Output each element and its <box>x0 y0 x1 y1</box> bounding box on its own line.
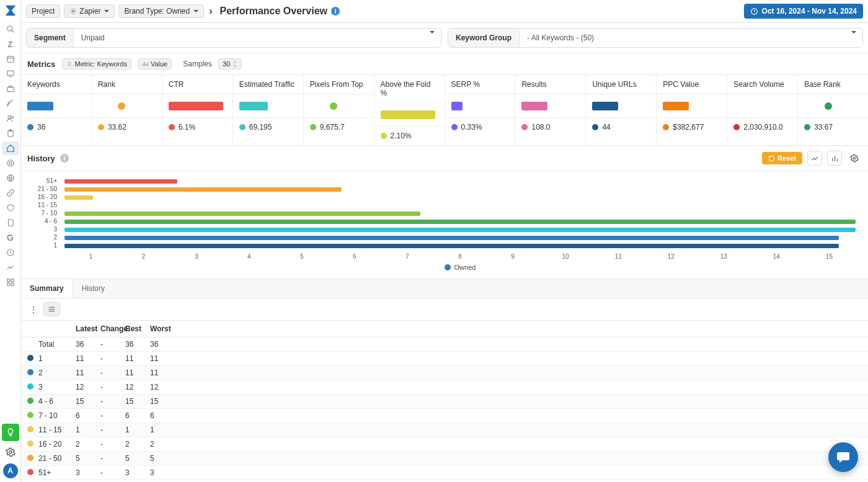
metric-col[interactable]: CTR6.1% <box>162 75 233 145</box>
metric-name: PPC Value <box>657 75 727 94</box>
chart-y-label: 2 <box>21 234 61 241</box>
segment-selector[interactable]: Segment Unpaid <box>26 28 441 48</box>
nav-item-link-icon[interactable] <box>2 186 19 200</box>
bar-chart-view-button[interactable] <box>827 151 842 166</box>
metric-name: Search Volume <box>727 75 797 94</box>
rank-dot-icon <box>27 355 33 361</box>
chart-settings-button[interactable] <box>847 151 862 166</box>
info-icon[interactable]: i <box>331 7 340 16</box>
chart-bar-row: 1 <box>64 242 856 249</box>
nav-item-users-icon[interactable] <box>2 112 19 125</box>
summary-row[interactable]: 4 - 615-1515 <box>21 395 868 409</box>
metric-name: Pixels From Top <box>304 75 374 94</box>
nav-item-globe-icon[interactable] <box>2 171 19 185</box>
metric-col[interactable]: SERP %0.33% <box>445 75 516 145</box>
nav-item-clipboard-icon[interactable] <box>2 127 19 140</box>
metric-dot-icon <box>663 124 669 130</box>
metric-col[interactable]: Keywords36 <box>21 75 92 145</box>
metric-col[interactable]: Estimated Traffic69,195 <box>233 75 304 145</box>
search-icon[interactable] <box>2 22 19 36</box>
summary-row[interactable]: 21 - 505-55 <box>21 452 868 466</box>
nav-item-home-icon[interactable] <box>2 141 19 155</box>
nav-item-trend-icon[interactable] <box>2 261 19 274</box>
metrics-title: Metrics <box>27 60 56 69</box>
table-view-button[interactable] <box>44 303 60 316</box>
metric-dot-icon <box>239 124 246 130</box>
summary-header: LatestChangeBestWorst <box>21 321 868 337</box>
summary-row[interactable]: 51+3-33 <box>21 466 868 480</box>
summary-row[interactable]: 211-1111 <box>21 366 868 380</box>
zapier-chip[interactable]: Zapier <box>64 4 115 18</box>
metric-sparkline <box>304 94 374 118</box>
summary-row[interactable]: 7 - 106-66 <box>21 409 868 423</box>
nav-item-grid-icon[interactable] <box>2 275 19 289</box>
rank-dot-icon <box>27 455 33 461</box>
metric-name: Unique URLs <box>586 75 656 94</box>
chart-bar <box>64 187 342 192</box>
metric-col[interactable]: Base Rank33.67 <box>798 75 868 145</box>
summary-row[interactable]: 312-1212 <box>21 380 868 395</box>
nav-item-z[interactable]: Z <box>2 37 19 51</box>
nav-item-file-icon[interactable] <box>2 216 19 230</box>
app-logo-icon[interactable] <box>4 4 17 17</box>
metric-value: 36 <box>21 118 91 136</box>
nav-item-target-icon[interactable] <box>2 156 19 170</box>
chevron-right-icon: › <box>208 6 213 17</box>
metric-value: 0.33% <box>445 118 515 136</box>
top-breadcrumb-bar: Project Zapier Brand Type: Owned › Perfo… <box>21 0 868 23</box>
summary-row[interactable]: 16 - 202-22 <box>21 437 868 452</box>
chart-y-label: 51+ <box>21 177 61 184</box>
keyword-group-selector[interactable]: Keyword Group - All Keywords - (50) <box>448 28 863 48</box>
chart-y-label: 1 <box>21 242 61 249</box>
tab-history[interactable]: History <box>73 279 113 298</box>
nav-item-google-icon[interactable]: G <box>2 231 19 244</box>
line-chart-view-button[interactable] <box>807 151 822 166</box>
brand-type-chip[interactable]: Brand Type: Owned <box>118 4 204 18</box>
metric-col[interactable]: Rank33.62 <box>92 75 162 145</box>
metric-dot-icon <box>310 124 316 130</box>
nav-item-signal-icon[interactable] <box>2 97 19 110</box>
nav-item-briefcase-icon[interactable] <box>2 82 19 96</box>
metric-sparkline <box>445 94 515 118</box>
metric-value: 6.1% <box>162 118 232 136</box>
metric-dot-icon <box>804 124 810 130</box>
rank-dot-icon <box>27 383 33 390</box>
legend-dot-icon <box>445 264 451 270</box>
metric-value: 33.62 <box>92 118 162 136</box>
lightbulb-button[interactable] <box>2 424 19 441</box>
info-icon[interactable]: i <box>60 154 69 163</box>
history-chart: 51+21 - 5016 - 2011 - 157 - 104 - 632112… <box>21 171 868 279</box>
project-chip[interactable]: Project <box>26 4 60 18</box>
samples-input[interactable]: 30 <box>218 58 242 69</box>
metric-col[interactable]: Pixels From Top9,675.7 <box>304 75 374 145</box>
summary-row[interactable]: 111-1111 <box>21 352 868 366</box>
summary-row[interactable]: 11 - 151-11 <box>21 423 868 437</box>
metric-col[interactable]: Results108.0 <box>515 75 586 145</box>
metric-col[interactable]: PPC Value$382,677 <box>657 75 727 145</box>
nav-item-clock-icon[interactable] <box>2 246 19 259</box>
more-menu-icon[interactable]: ⋮ <box>27 304 40 315</box>
sort-icon <box>66 61 73 67</box>
tab-summary[interactable]: Summary <box>21 279 73 298</box>
chat-bubble-button[interactable] <box>828 442 858 472</box>
metric-name: Results <box>515 75 585 94</box>
date-range-button[interactable]: Oct 16, 2024 - Nov 14, 2024 <box>744 4 863 19</box>
nav-item-calendar-icon[interactable] <box>2 52 19 66</box>
summary-toolbar: ⋮ <box>21 298 868 321</box>
chart-tick: 5 <box>275 253 328 260</box>
metric-sparkline <box>657 94 727 118</box>
nav-item-monitor-icon[interactable] <box>2 67 19 81</box>
user-avatar[interactable]: A <box>3 463 18 478</box>
chart-y-label: 4 - 6 <box>21 218 61 225</box>
value-selector[interactable]: Value <box>138 58 172 69</box>
metric-name: Rank <box>92 75 162 94</box>
chart-tick: 15 <box>803 253 856 260</box>
settings-gear-icon[interactable] <box>2 445 19 460</box>
metric-selector[interactable]: Metric: Keywords <box>62 58 131 69</box>
chart-icon <box>142 61 148 67</box>
nav-item-shield-icon[interactable] <box>2 201 19 215</box>
metric-col[interactable]: Search Volume2,030,910.0 <box>727 75 798 145</box>
metric-col[interactable]: Unique URLs44 <box>586 75 657 145</box>
metric-col[interactable]: Above the Fold %2.10% <box>374 75 445 145</box>
reset-button[interactable]: Reset <box>762 152 802 164</box>
